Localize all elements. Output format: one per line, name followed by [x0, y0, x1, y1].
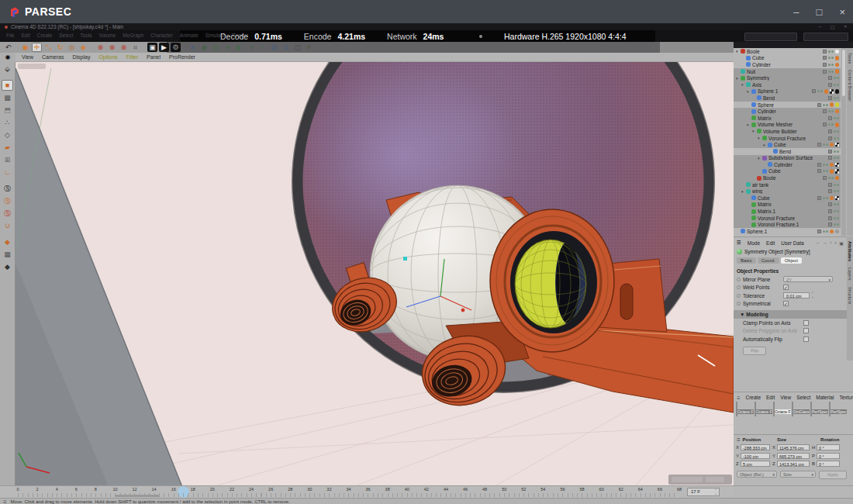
c4d-window-controls[interactable]: –▢× — [818, 24, 847, 29]
material-swatch[interactable]: PerfSpec — [829, 402, 846, 416]
mograph-icon[interactable]: ◑ — [246, 43, 256, 52]
live-selection-icon[interactable]: ◉ — [20, 43, 30, 52]
object-row[interactable]: Cube — [734, 168, 841, 175]
burger-icon[interactable]: ☰ — [737, 240, 741, 246]
timeline-ruler[interactable]: 0246810121416182022242628303234363840424… — [0, 485, 734, 498]
object-row[interactable]: Cylinder — [734, 61, 841, 68]
attr-menu-user-data[interactable]: User Data — [781, 240, 803, 246]
camera-icon[interactable]: ◫ — [292, 43, 302, 52]
attr-tab-coord[interactable]: Coord. — [758, 257, 779, 264]
generator-sphere-icon[interactable]: ● — [223, 43, 233, 52]
attr-nav-icon[interactable]: ⌕ — [834, 240, 837, 246]
attribute-nav-icons[interactable]: ←→↑⌕▣ — [816, 240, 847, 246]
position-field[interactable]: -288.333 cm — [741, 444, 770, 450]
menu-item-file[interactable]: File — [6, 33, 14, 38]
side-tab-takes[interactable]: Takes — [848, 53, 852, 64]
material-swatch[interactable]: DirtGlass — [792, 402, 809, 416]
current-frame-field[interactable]: 17 F ⌃⌄ — [687, 488, 720, 496]
material-swatch[interactable]: Octane F — [755, 402, 772, 416]
object-row[interactable]: ▾Sphere 1 — [734, 88, 841, 95]
object-row[interactable]: ▾Axis — [734, 81, 841, 88]
render-settings-icon[interactable]: ⚙ — [171, 43, 181, 52]
menu-item-volume[interactable]: Volume — [98, 33, 116, 38]
mat-menu-view[interactable]: View — [780, 395, 791, 400]
object-row[interactable]: ▾Boole — [734, 48, 841, 55]
object-row[interactable]: air tank — [734, 181, 841, 188]
attr-tab-object[interactable]: Object — [781, 257, 802, 264]
vp-menu-display[interactable]: Display — [72, 54, 90, 60]
object-row[interactable]: Cube — [734, 195, 841, 202]
object-row[interactable]: Sphere.1 — [734, 228, 841, 235]
size-field[interactable]: 1145.376 cm — [777, 444, 810, 450]
viewport-3d[interactable] — [16, 62, 734, 485]
coords-size-dropdown[interactable]: Size — [780, 471, 816, 478]
model-mode-icon[interactable]: ■ — [2, 80, 13, 91]
workplane-mode-icon[interactable]: ⬒ — [2, 105, 13, 116]
object-row[interactable]: Matrix — [734, 115, 841, 122]
fields-icon[interactable]: ◐ — [257, 43, 268, 52]
section-modeling[interactable]: ▼ Modeling — [734, 310, 847, 319]
rotation-field[interactable]: 0 ° — [817, 444, 840, 450]
light-icon[interactable]: ✸ — [304, 43, 314, 52]
spline-pen-icon[interactable]: ◆ — [199, 43, 209, 52]
object-row[interactable]: Null — [734, 68, 841, 75]
object-row[interactable]: ▾Subdivision Surface — [734, 155, 841, 162]
mirror-icon[interactable]: ◆ — [2, 236, 13, 247]
lock-x-icon[interactable]: ⊗ — [95, 43, 105, 52]
material-swatch[interactable]: Octane F — [736, 402, 753, 416]
edges-mode-icon[interactable]: ◇ — [2, 129, 13, 140]
side-tab-structure[interactable]: Structure — [848, 287, 852, 304]
close-icon[interactable]: × — [839, 6, 845, 18]
vp-menu-prorender[interactable]: ProRender — [169, 54, 195, 60]
axis-mode-icon[interactable]: ∟ — [2, 167, 13, 178]
make-editable-icon[interactable]: ⬙ — [2, 64, 13, 74]
object-row[interactable]: Bend — [734, 95, 841, 102]
tolerance-field[interactable]: 0.01 cm — [783, 292, 810, 299]
position-field[interactable]: -100 cm — [741, 453, 770, 459]
mat-menu-texture[interactable]: Texture — [839, 395, 853, 400]
burger-icon[interactable]: ☰ — [737, 395, 740, 400]
object-row[interactable]: Cylinder — [734, 161, 841, 168]
object-row[interactable]: Cylinder — [734, 108, 841, 115]
size-field[interactable]: 665.273 cm — [777, 453, 810, 459]
render-view-icon[interactable]: ▣ — [147, 43, 157, 52]
object-row[interactable]: Boole — [734, 174, 841, 181]
vp-menu-view[interactable]: View — [22, 54, 33, 60]
object-row[interactable]: Sphere — [734, 102, 841, 109]
subdivision-icon[interactable]: ◍ — [211, 43, 221, 52]
vp-menu-filter[interactable]: Filter — [126, 54, 139, 60]
object-row[interactable]: Voronoi Fracture.1 — [734, 221, 841, 228]
magnet-icon[interactable]: ∪ — [2, 220, 13, 231]
object-row[interactable]: ▾Cube — [734, 141, 841, 148]
coord-system-icon[interactable]: ⌗ — [130, 43, 140, 52]
menu-item-character[interactable]: Character — [150, 33, 173, 38]
vp-menu-options[interactable]: Options — [98, 54, 117, 60]
attr-tab-basic[interactable]: Basic — [737, 257, 756, 264]
frame-spinner[interactable]: ⌃⌄ — [714, 489, 717, 495]
snap-2d-icon[interactable]: Ⓢ — [2, 208, 13, 219]
undo-icon[interactable]: ↶ — [3, 43, 13, 52]
rotation-field[interactable]: 0 ° — [817, 453, 840, 459]
viewport-camera-icon[interactable]: ◉ — [0, 53, 16, 62]
object-row[interactable]: ▾Volume Mesher — [734, 122, 841, 129]
object-row[interactable]: Voronoi Fracture — [734, 215, 841, 222]
rotation-field[interactable]: 0 ° — [817, 461, 840, 467]
mat-menu-select[interactable]: Select — [796, 395, 810, 400]
scale-tool-icon[interactable]: ⤡ — [43, 43, 54, 52]
selected-point[interactable] — [403, 257, 407, 261]
object-row[interactable]: ▾Volume Builder — [734, 128, 841, 135]
side-tab-layers[interactable]: Layers — [848, 268, 852, 281]
menu-item-select[interactable]: Select — [59, 33, 73, 38]
material-swatch[interactable]: Octane F — [773, 402, 790, 416]
mirror-plane-dropdown[interactable]: ZY — [783, 276, 833, 282]
object-row[interactable]: Bend — [734, 148, 841, 155]
deformer-icon[interactable]: ◧ — [234, 43, 244, 52]
object-row[interactable]: ▾wing — [734, 188, 841, 195]
lock-z-icon[interactable]: ⊗ — [119, 43, 129, 52]
primitive-cube-icon[interactable]: ■ — [188, 43, 198, 52]
side-tab-attributes[interactable]: Attributes — [848, 241, 852, 261]
rotate-tool-icon[interactable]: ↻ — [55, 43, 65, 52]
move-tool-icon[interactable]: ✛ — [32, 43, 42, 52]
automatically-flip-checkbox[interactable] — [803, 337, 809, 342]
snap-icon[interactable]: ◈ — [78, 43, 88, 52]
